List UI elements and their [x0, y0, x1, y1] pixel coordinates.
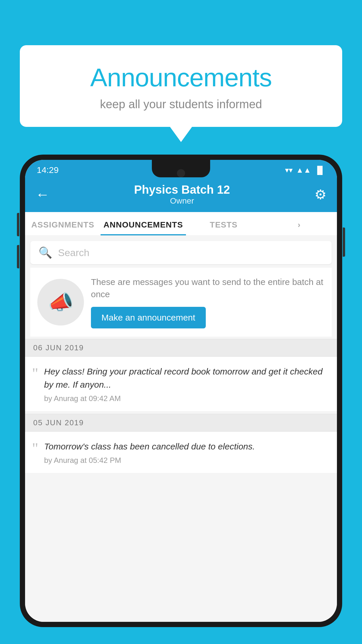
announcement-meta-1: by Anurag at 09:42 AM	[44, 394, 330, 403]
header-subtitle: Owner	[50, 196, 314, 206]
phone-notch	[152, 160, 210, 177]
quote-icon-2: "	[32, 441, 38, 456]
tab-announcements[interactable]: ANNOUNCEMENTS	[101, 212, 186, 235]
phone-camera	[177, 169, 185, 177]
promo-right: These are messages you want to send to t…	[91, 276, 325, 328]
signal-icon: ▲▲	[296, 166, 311, 175]
speech-bubble: Announcements keep all your students inf…	[20, 45, 342, 127]
date-separator-1: 06 JUN 2019	[25, 339, 337, 357]
tab-assignments[interactable]: ASSIGNMENTS	[25, 212, 101, 235]
bubble-title: Announcements	[34, 63, 328, 92]
announcement-text-2: Tomorrow's class has been cancelled due …	[44, 440, 330, 453]
quote-icon-1: "	[32, 366, 38, 381]
announcement-content-1: Hey class! Bring your practical record b…	[44, 365, 330, 403]
phone-screen: 14:29 ▾▾ ▲▲ ▐▌ ← Physics Batch 12 Owner …	[25, 160, 337, 622]
back-button[interactable]: ←	[36, 186, 50, 202]
volume-up-button	[17, 213, 19, 236]
header-title-block: Physics Batch 12 Owner	[50, 183, 314, 206]
search-bar[interactable]: 🔍 Search	[30, 241, 332, 264]
header-title: Physics Batch 12	[50, 183, 314, 196]
volume-down-button	[17, 245, 19, 268]
search-icon: 🔍	[38, 246, 52, 259]
promo-icon-circle: 📣	[37, 279, 84, 326]
power-button	[343, 228, 345, 257]
settings-icon[interactable]: ⚙	[314, 187, 326, 202]
promo-description: These are messages you want to send to t…	[91, 276, 325, 300]
megaphone-icon: 📣	[48, 290, 73, 314]
tab-more[interactable]: ›	[261, 212, 337, 235]
tab-tests[interactable]: TESTS	[186, 212, 261, 235]
date-separator-2: 05 JUN 2019	[25, 414, 337, 432]
announcement-item-2[interactable]: " Tomorrow's class has been cancelled du…	[25, 432, 337, 473]
phone-outer: 14:29 ▾▾ ▲▲ ▐▌ ← Physics Batch 12 Owner …	[20, 155, 342, 627]
content-area: 🔍 Search 📣 These are messages you want t…	[25, 236, 337, 622]
app-header: ← Physics Batch 12 Owner ⚙	[25, 178, 337, 212]
speech-bubble-container: Announcements keep all your students inf…	[20, 45, 342, 127]
tabs-bar: ASSIGNMENTS ANNOUNCEMENTS TESTS ›	[25, 212, 337, 236]
announcement-content-2: Tomorrow's class has been cancelled due …	[44, 440, 330, 465]
bubble-subtitle: keep all your students informed	[34, 98, 328, 111]
status-time: 14:29	[37, 165, 59, 175]
announcement-meta-2: by Anurag at 05:42 PM	[44, 456, 330, 465]
announcement-item-1[interactable]: " Hey class! Bring your practical record…	[25, 357, 337, 412]
make-announcement-button[interactable]: Make an announcement	[91, 307, 206, 328]
announcement-promo: 📣 These are messages you want to send to…	[30, 268, 332, 337]
status-icons: ▾▾ ▲▲ ▐▌	[285, 166, 325, 175]
battery-icon: ▐▌	[314, 166, 325, 175]
wifi-icon: ▾▾	[285, 166, 293, 175]
announcement-text-1: Hey class! Bring your practical record b…	[44, 365, 330, 391]
phone-container: 14:29 ▾▾ ▲▲ ▐▌ ← Physics Batch 12 Owner …	[20, 155, 342, 644]
search-placeholder: Search	[58, 247, 89, 258]
